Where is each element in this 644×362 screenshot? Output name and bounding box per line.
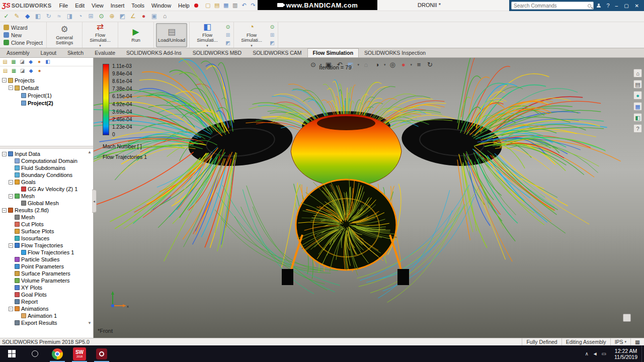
mate-icon[interactable]: ⊙ bbox=[224, 24, 231, 31]
search-box[interactable] bbox=[511, 2, 594, 10]
sketch-icon[interactable]: ✎ bbox=[13, 12, 21, 21]
tree-item[interactable]: Particle Studies bbox=[0, 256, 93, 263]
section-view-icon[interactable]: ◩ bbox=[118, 12, 127, 21]
scroll-down-icon[interactable]: ▼ bbox=[88, 321, 92, 325]
cfd-analysis-tree-icon[interactable]: ◧ bbox=[44, 58, 51, 65]
configuration-manager-icon[interactable]: ◪ bbox=[19, 67, 26, 74]
hidden-icons-icon[interactable]: ∧ bbox=[585, 351, 588, 356]
task-pane-icon[interactable]: ▤ bbox=[633, 80, 642, 88]
load-unload-button[interactable]: ▤ Load/Unload bbox=[156, 23, 187, 47]
tree-item[interactable]: −Input Data bbox=[0, 150, 93, 157]
expander-icon[interactable]: − bbox=[9, 180, 13, 185]
view-orientation-icon[interactable]: ⌂ bbox=[362, 60, 370, 69]
tree-item[interactable]: Fluid Subdomains bbox=[0, 164, 93, 171]
mate-icon[interactable]: ⊙ bbox=[97, 12, 106, 21]
tree-item[interactable]: Cut Plots bbox=[0, 221, 93, 228]
save-icon[interactable]: ▦ bbox=[222, 2, 230, 9]
property-manager-icon[interactable]: ▦ bbox=[11, 67, 17, 74]
appearances-icon[interactable]: ● bbox=[633, 91, 642, 100]
tree-item[interactable]: −Mesh bbox=[0, 193, 93, 200]
units-selector[interactable]: IPS▾ bbox=[610, 338, 630, 345]
status-grid-icon[interactable]: ▦ bbox=[630, 338, 644, 345]
insert-component-icon[interactable]: ⊕ bbox=[108, 12, 116, 21]
flow-simulation-button-1[interactable]: ⇄ Flow Simulati... ▾ bbox=[85, 23, 116, 47]
undo-icon[interactable]: ↶ bbox=[240, 2, 248, 9]
flow-simulation-button-2[interactable]: ◧ Flow Simulati... ▾ bbox=[192, 23, 223, 47]
search-input[interactable] bbox=[514, 3, 588, 9]
start-button[interactable] bbox=[0, 345, 23, 362]
rotate-view-icon[interactable]: ↻ bbox=[426, 60, 434, 69]
tree-item[interactable]: Report bbox=[0, 298, 93, 305]
tab-solidworks-mbd[interactable]: SOLIDWORKS MBD bbox=[187, 48, 247, 57]
menu-help[interactable]: Help bbox=[175, 1, 193, 10]
scene-icon[interactable]: ▣ bbox=[150, 12, 158, 21]
new-icon[interactable]: ▢ bbox=[204, 2, 212, 9]
general-settings-button[interactable]: ⚙ General Settings bbox=[49, 23, 80, 47]
expander-icon[interactable]: − bbox=[9, 85, 13, 90]
expander-icon[interactable]: − bbox=[9, 307, 13, 311]
tab-assembly[interactable]: Assembly bbox=[1, 48, 35, 57]
login-icon[interactable] bbox=[597, 4, 601, 8]
menu-window[interactable]: Window bbox=[148, 1, 175, 10]
tab-layout[interactable]: Layout bbox=[35, 48, 62, 57]
cfd-plot-icon[interactable]: ◧ bbox=[633, 113, 642, 122]
new-project-button[interactable]: New bbox=[2, 32, 44, 39]
tree-item[interactable]: Volume Parameters bbox=[0, 277, 93, 284]
section-view-icon[interactable]: ◩ bbox=[224, 40, 231, 47]
tab-solidworks-inspection[interactable]: SOLIDWORKS Inspection bbox=[359, 48, 431, 57]
viewport-corner-button[interactable] bbox=[623, 314, 631, 322]
pin-menu-icon[interactable] bbox=[194, 4, 198, 8]
tree-item[interactable]: Boundary Conditions bbox=[0, 171, 93, 178]
taskbar-chrome[interactable] bbox=[46, 345, 68, 362]
tree-item[interactable]: Point Parameters bbox=[0, 263, 93, 270]
extrude-icon[interactable]: ◧ bbox=[34, 12, 42, 21]
menu-edit[interactable]: Edit bbox=[71, 1, 88, 10]
linear-pattern-icon[interactable]: ⊞ bbox=[224, 32, 231, 39]
search-icon[interactable] bbox=[588, 4, 591, 8]
menu-view[interactable]: View bbox=[88, 1, 107, 10]
appearance-icon[interactable]: ● bbox=[139, 12, 148, 21]
flow-simulation-button-3[interactable]: ◔ Flow Simulati... ▾ bbox=[236, 23, 267, 47]
custom-properties-icon[interactable]: ▦ bbox=[633, 102, 642, 111]
select-tool-icon[interactable]: ✓ bbox=[2, 12, 11, 21]
expander-icon[interactable]: − bbox=[9, 194, 13, 199]
revolve-icon[interactable]: ↻ bbox=[44, 12, 53, 21]
dimxpert-manager-icon[interactable]: ◆ bbox=[27, 58, 34, 65]
wizard-button[interactable]: Wizard bbox=[2, 24, 44, 31]
tree-item[interactable]: GG Av Velocity (Z) 1 bbox=[0, 186, 93, 193]
tree-item[interactable]: Animation 1 bbox=[0, 312, 93, 319]
tree-item[interactable]: XY Plots bbox=[0, 284, 93, 291]
display-style-icon[interactable]: ◑ bbox=[373, 60, 381, 69]
tree-item[interactable]: Computational Domain bbox=[0, 157, 93, 164]
expander-icon[interactable]: − bbox=[2, 152, 7, 156]
maximize-button[interactable]: ▢ bbox=[621, 3, 631, 9]
network-icon[interactable]: ▭ bbox=[602, 351, 606, 356]
display-manager-icon[interactable]: ● bbox=[36, 67, 43, 74]
taskbar-clock[interactable]: 12:22 AM 11/5/2019 bbox=[610, 345, 641, 362]
menu-insert[interactable]: Insert bbox=[107, 1, 128, 10]
property-manager-icon[interactable]: ▦ bbox=[10, 58, 17, 65]
tab-flow-simulation[interactable]: Flow Simulation bbox=[307, 48, 359, 57]
expander-icon[interactable]: − bbox=[9, 243, 13, 248]
smart-dimension-icon[interactable]: ◆ bbox=[23, 12, 32, 21]
tree-item[interactable]: Surface Plots bbox=[0, 228, 93, 235]
help-icon[interactable]: ? bbox=[604, 3, 612, 9]
edit-appearance-icon[interactable]: ● bbox=[399, 60, 408, 69]
tree-item[interactable]: Goal Plots bbox=[0, 291, 93, 298]
graphics-viewport[interactable]: 1.11e-039.84e-048.61e-047.38e-046.15e-04… bbox=[94, 58, 644, 338]
tree-item[interactable]: −Results (2.fld) bbox=[0, 207, 93, 214]
show-desktop-button[interactable] bbox=[641, 345, 644, 362]
tree-item[interactable]: −Default bbox=[0, 84, 93, 92]
tree-item[interactable]: Project(1) bbox=[0, 92, 93, 99]
fillet-icon[interactable]: ◔ bbox=[76, 12, 85, 21]
tree-item[interactable]: Global Mesh bbox=[0, 200, 93, 207]
menu-file[interactable]: File bbox=[55, 1, 71, 10]
cortana-search-button[interactable] bbox=[23, 345, 46, 362]
swept-icon[interactable]: ≈ bbox=[55, 12, 63, 21]
taskbar-solidworks[interactable]: SW2018 bbox=[68, 345, 91, 362]
view-settings-icon[interactable]: ≡ bbox=[415, 60, 423, 69]
tree-item[interactable]: Isosurfaces bbox=[0, 235, 93, 242]
linear-pattern-icon[interactable]: ⊞ bbox=[87, 12, 95, 21]
run-button[interactable]: ▶ Run bbox=[120, 23, 151, 47]
panel-collapse-handle[interactable]: ◂ bbox=[92, 190, 97, 213]
